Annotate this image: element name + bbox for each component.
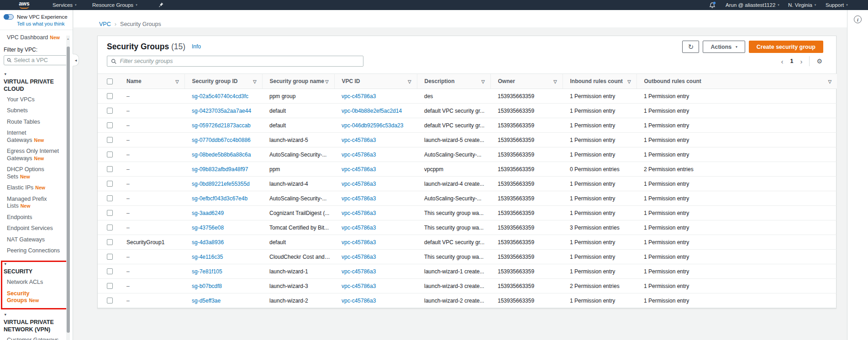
- sidebar-item-endpoint-services[interactable]: Endpoint Services: [4, 223, 61, 235]
- sg-id-link[interactable]: sg-04237035a2aa7ae44: [192, 108, 251, 114]
- vpc-id-link[interactable]: vpc-c45786a3: [342, 210, 376, 216]
- filter-icon[interactable]: ▽: [481, 79, 484, 84]
- row-checkbox[interactable]: [107, 122, 113, 128]
- scrollbar-thumb[interactable]: [67, 47, 70, 333]
- vpc-id-link[interactable]: vpc-c45786a3: [342, 283, 376, 289]
- sidebar-item-route-tables[interactable]: Route Tables: [4, 116, 61, 128]
- sidebar-item-nat-gateways[interactable]: NAT Gateways: [4, 234, 61, 246]
- breadcrumb-vpc-link[interactable]: VPC: [99, 21, 111, 27]
- sg-id-link[interactable]: sg-0efbcf043d3c67e4b: [192, 195, 247, 202]
- sg-id-link[interactable]: sg-059726d21873accab: [192, 122, 251, 129]
- section-collapse-caret[interactable]: ▼: [4, 262, 8, 266]
- row-checkbox[interactable]: [107, 137, 113, 143]
- row-checkbox[interactable]: [107, 268, 113, 274]
- vpc-id-link[interactable]: vpc-c45786a3: [342, 298, 376, 304]
- sidebar-item-managed-prefix-lists[interactable]: Managed Prefix ListsNew: [4, 194, 61, 212]
- column-header-inbound-rules-count[interactable]: Inbound rules count▽: [563, 74, 637, 89]
- refresh-button[interactable]: ↻: [682, 41, 699, 53]
- row-checkbox[interactable]: [107, 225, 113, 230]
- sg-id-link[interactable]: sg-b07bcdf8: [192, 283, 222, 289]
- filter-icon[interactable]: ▽: [408, 79, 411, 84]
- row-checkbox[interactable]: [107, 210, 113, 216]
- sg-id-link[interactable]: sg-02a5c40740c4cd3fc: [192, 93, 248, 99]
- sg-id-link[interactable]: sg-0bd89221efe55355d: [192, 181, 250, 187]
- column-header-description[interactable]: Description▽: [417, 74, 490, 89]
- sg-id-link[interactable]: sg-4e116c35: [192, 254, 223, 260]
- section-collapse-caret[interactable]: ▼: [4, 313, 8, 317]
- sg-id-link[interactable]: sg-43756e08: [192, 225, 224, 231]
- sg-id-link[interactable]: sg-0770ddb67cc4b0886: [192, 137, 251, 143]
- experience-feedback-link[interactable]: Tell us what you think: [17, 21, 69, 26]
- nav-resource-groups-menu[interactable]: Resource Groups ▾: [92, 0, 137, 10]
- aws-logo[interactable]: aws: [17, 1, 31, 9]
- help-panel-toggle[interactable]: i: [854, 16, 862, 23]
- column-header-security-group-name[interactable]: Security group name▽: [262, 74, 334, 89]
- filter-icon[interactable]: ▽: [175, 79, 179, 84]
- sg-id-link[interactable]: sg-7e81f105: [192, 268, 222, 275]
- sidebar-item-customer-gateways[interactable]: Customer Gateways: [4, 335, 61, 340]
- gear-icon[interactable]: ⚙: [816, 58, 822, 65]
- column-header-vpc-id[interactable]: VPC ID▽: [334, 74, 417, 89]
- filter-security-groups-input[interactable]: [120, 58, 359, 64]
- row-checkbox[interactable]: [107, 298, 113, 303]
- sidebar-item-endpoints[interactable]: Endpoints: [4, 212, 61, 223]
- vpc-id-link[interactable]: vpc-c45786a3: [342, 195, 376, 202]
- vpc-id-link[interactable]: vpc-c45786a3: [342, 268, 376, 275]
- sidebar-item-security-groups[interactable]: Security GroupsNew: [4, 288, 61, 306]
- vpc-id-link[interactable]: vpc-c45786a3: [342, 137, 376, 143]
- vpc-select-field[interactable]: [14, 57, 66, 63]
- vpc-id-link[interactable]: vpc-046db92596c53da23: [342, 122, 403, 129]
- previous-page-icon[interactable]: ‹: [781, 58, 783, 65]
- scroll-up-icon[interactable]: ▲: [66, 37, 70, 40]
- sidebar-item-elastic-ips[interactable]: Elastic IPsNew: [4, 183, 61, 194]
- vpc-id-link[interactable]: vpc-c45786a3: [342, 254, 376, 260]
- column-header-owner[interactable]: Owner▽: [490, 74, 563, 89]
- vpc-id-link[interactable]: vpc-c45786a3: [342, 166, 376, 173]
- filter-icon[interactable]: ▽: [828, 79, 831, 84]
- vpc-id-link[interactable]: vpc-0b4b88e2ef5ac2d14: [342, 108, 402, 114]
- sidebar-item-vpc-dashboard[interactable]: VPC DashboardNew: [0, 30, 73, 41]
- filter-icon[interactable]: ▽: [553, 79, 557, 84]
- sidebar-item-egress-only-internet-gateways[interactable]: Egress Only Internet GatewaysNew: [4, 146, 61, 164]
- row-checkbox[interactable]: [107, 283, 113, 289]
- nav-support-menu[interactable]: Support ▾: [826, 0, 848, 10]
- vpc-id-link[interactable]: vpc-c45786a3: [342, 239, 376, 246]
- vpc-id-link[interactable]: vpc-c45786a3: [342, 181, 376, 187]
- next-page-icon[interactable]: ›: [800, 58, 802, 65]
- nav-services-menu[interactable]: Services ▾: [53, 0, 77, 10]
- sidebar-item-internet-gateways[interactable]: Internet GatewaysNew: [4, 128, 61, 146]
- actions-button[interactable]: Actions ▾: [703, 41, 745, 53]
- vpc-id-link[interactable]: vpc-c45786a3: [342, 93, 376, 99]
- select-all-checkbox[interactable]: [107, 78, 113, 84]
- filter-icon[interactable]: ▽: [325, 79, 328, 84]
- sg-id-link[interactable]: sg-3aad6249: [192, 210, 224, 216]
- sidebar-item-your-vpcs[interactable]: Your VPCs: [4, 94, 61, 105]
- column-header-outbound-rules-count[interactable]: Outbound rules count▽: [637, 74, 837, 89]
- row-checkbox[interactable]: [107, 181, 113, 187]
- nav-region-menu[interactable]: N. Virginia ▾: [788, 0, 816, 10]
- sg-id-link[interactable]: sg-d5eff3ae: [192, 298, 221, 304]
- row-checkbox[interactable]: [107, 239, 113, 245]
- column-header-name[interactable]: Name▽: [119, 74, 184, 89]
- nav-pin-shortcut[interactable]: [158, 0, 163, 10]
- vpc-id-link[interactable]: vpc-c45786a3: [342, 225, 376, 231]
- row-checkbox[interactable]: [107, 93, 113, 99]
- section-collapse-caret[interactable]: ▼: [4, 72, 8, 76]
- filter-icon[interactable]: ▽: [253, 79, 256, 84]
- filter-icon[interactable]: ▽: [627, 79, 631, 84]
- row-checkbox[interactable]: [107, 108, 113, 114]
- sg-id-link[interactable]: sg-08bede5b8b6a88c6a: [192, 152, 251, 158]
- notifications-bell[interactable]: [709, 1, 717, 9]
- filter-search-box[interactable]: [107, 56, 363, 67]
- row-checkbox[interactable]: [107, 195, 113, 201]
- sg-id-link[interactable]: sg-09b832afbd9a48f97: [192, 166, 248, 173]
- sidebar-item-subnets[interactable]: Subnets: [4, 105, 61, 117]
- info-link[interactable]: Info: [192, 43, 201, 50]
- new-experience-toggle[interactable]: [4, 14, 14, 20]
- sidebar-item-dhcp-options-sets[interactable]: DHCP Options SetsNew: [4, 164, 61, 183]
- row-checkbox[interactable]: [107, 254, 113, 260]
- sidebar-scrollbar[interactable]: ▲: [66, 36, 70, 340]
- current-page[interactable]: 1: [790, 58, 793, 64]
- sg-id-link[interactable]: sg-4d3a8936: [192, 239, 224, 246]
- column-header-security-group-id[interactable]: Security group ID▽: [184, 74, 262, 89]
